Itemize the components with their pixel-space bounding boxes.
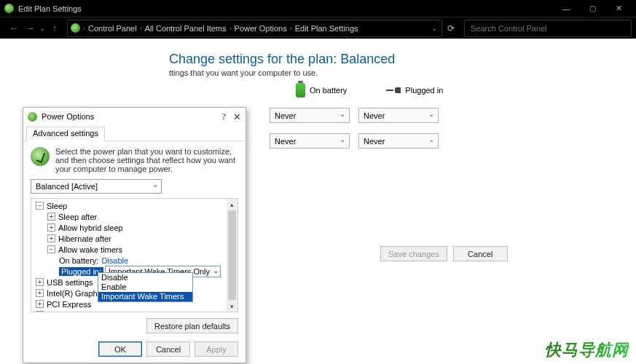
- tree-label: Allow hybrid sleep: [58, 223, 123, 232]
- ok-button[interactable]: OK: [98, 341, 142, 357]
- cancel-button[interactable]: Cancel: [453, 246, 508, 261]
- chevron-right-icon: [229, 25, 232, 32]
- dialog-footer: OK Cancel Apply: [98, 341, 238, 357]
- breadcrumb-power-options[interactable]: Power Options: [235, 24, 287, 33]
- expand-icon[interactable]: [36, 278, 44, 286]
- minimize-button[interactable]: [553, 1, 579, 17]
- dialog-description: Select the power plan that you want to c…: [55, 147, 238, 173]
- maximize-button[interactable]: [579, 1, 605, 17]
- tree-node-allow-hybrid-sleep[interactable]: Allow hybrid sleep: [33, 222, 236, 233]
- address-bar[interactable]: Control Panel All Control Panel Items Po…: [67, 20, 442, 37]
- dialog-title: Power Options: [42, 112, 94, 121]
- back-button[interactable]: [6, 20, 22, 36]
- tree-node-sleep[interactable]: Sleep: [33, 200, 236, 211]
- sleep-battery-select[interactable]: Never: [270, 133, 350, 149]
- power-icon: [4, 4, 14, 13]
- page-title: Change settings for the plan: Balanced: [169, 52, 636, 67]
- collapse-icon[interactable]: [36, 202, 44, 210]
- dropdown-option-enable[interactable]: Enable: [98, 282, 192, 292]
- breadcrumb-control-panel[interactable]: Control Panel: [88, 24, 137, 33]
- battery-icon: [296, 83, 305, 98]
- tree-node-processor-power[interactable]: Processor power management: [33, 309, 236, 312]
- tree-node-allow-wake-timers[interactable]: Allow wake timers: [33, 244, 236, 255]
- dropdown-option-disable[interactable]: Disable: [98, 273, 192, 282]
- window-title: Edit Plan Settings: [18, 4, 82, 13]
- settings-tree[interactable]: Sleep Sleep after Allow hybrid sleep Hib…: [31, 198, 238, 312]
- dialog-body: Select the power plan that you want to c…: [23, 141, 246, 318]
- display-off-plugged-select[interactable]: Never: [358, 108, 439, 123]
- display-off-row: Never Never: [270, 108, 636, 123]
- tab-advanced-settings[interactable]: Advanced settings: [26, 127, 105, 141]
- breadcrumb-edit-plan[interactable]: Edit Plan Settings: [295, 24, 358, 33]
- plug-icon: [386, 86, 401, 95]
- plan-select[interactable]: Balanced [Active]: [31, 179, 162, 194]
- power-icon: [71, 23, 80, 33]
- dropdown-option-important[interactable]: Important Wake Timers Only: [98, 292, 192, 301]
- page-footer-buttons: Save changes Cancel: [380, 246, 508, 261]
- expand-icon[interactable]: [36, 300, 44, 308]
- display-off-battery-select[interactable]: Never: [270, 108, 350, 123]
- tree-label: Sleep after: [58, 213, 97, 221]
- address-dropdown-icon[interactable]: [430, 24, 439, 32]
- chevron-right-icon: [290, 25, 292, 32]
- chevron-right-icon: [83, 25, 85, 32]
- dialog-tabs: Advanced settings: [23, 125, 246, 141]
- restore-plan-defaults-button[interactable]: Restore plan defaults: [146, 318, 238, 333]
- window-titlebar: Edit Plan Settings: [0, 0, 636, 17]
- search-input[interactable]: [464, 20, 632, 37]
- window-controls: [553, 1, 632, 17]
- power-icon: [28, 112, 37, 122]
- history-dropdown-icon[interactable]: [38, 24, 47, 32]
- power-plan-icon: [31, 147, 50, 166]
- breadcrumb-all-items[interactable]: All Control Panel Items: [145, 24, 227, 33]
- scroll-up-icon[interactable]: ▴: [227, 199, 237, 210]
- plugged-in-label: Plugged in: [405, 86, 443, 95]
- expand-icon[interactable]: [36, 289, 44, 297]
- navbar: Control Panel All Control Panel Items Po…: [0, 17, 636, 39]
- tree-node-sleep-after[interactable]: Sleep after: [33, 211, 236, 222]
- plugged-in-header: Plugged in: [386, 86, 443, 95]
- expand-icon[interactable]: [47, 223, 55, 232]
- on-battery-label: On battery: [310, 86, 347, 95]
- tree-node-wake-on-battery[interactable]: On battery:Disable: [33, 255, 236, 266]
- tree-label: Sleep: [47, 202, 67, 210]
- chevron-right-icon: [140, 25, 142, 32]
- apply-button[interactable]: Apply: [195, 341, 238, 357]
- scrollbar-thumb[interactable]: [228, 210, 236, 300]
- tree-scrollbar[interactable]: ▴ ▾: [227, 199, 237, 312]
- tree-label: USB settings: [47, 278, 93, 287]
- save-changes-button[interactable]: Save changes: [380, 246, 447, 261]
- sleep-plugged-select[interactable]: Never: [358, 133, 439, 149]
- tree-label: Allow wake timers: [58, 245, 122, 254]
- dialog-cancel-button[interactable]: Cancel: [146, 341, 190, 357]
- wake-plugged-in-dropdown[interactable]: Disable Enable Important Wake Timers Onl…: [98, 272, 193, 302]
- tree-label: On battery:: [59, 256, 98, 265]
- expand-icon[interactable]: [36, 311, 44, 312]
- tree-label-selected: Plugged in:: [59, 267, 103, 276]
- page-subtitle: ttings that you want your computer to us…: [169, 68, 636, 77]
- page-content: Change settings for the plan: Balanced t…: [0, 39, 636, 364]
- tree-label: Hibernate after: [58, 234, 111, 243]
- watermark: 快马导航网: [545, 339, 629, 361]
- tree-node-hibernate-after[interactable]: Hibernate after: [33, 233, 236, 244]
- close-window-button[interactable]: [605, 1, 632, 17]
- column-headers: On battery Plugged in: [296, 83, 636, 98]
- sleep-row: Never Never: [270, 133, 636, 149]
- collapse-icon[interactable]: [47, 245, 55, 253]
- refresh-button[interactable]: [442, 23, 460, 33]
- dialog-description-row: Select the power plan that you want to c…: [31, 147, 238, 173]
- forward-button[interactable]: [22, 20, 38, 36]
- up-button[interactable]: [47, 20, 63, 36]
- tree-label: PCI Express: [47, 300, 91, 309]
- expand-icon[interactable]: [47, 213, 55, 221]
- help-button[interactable]: ?: [221, 111, 226, 122]
- dialog-titlebar: Power Options ?: [23, 108, 246, 125]
- power-options-dialog: Power Options ? Advanced settings Select…: [23, 107, 246, 363]
- on-battery-header: On battery: [296, 83, 347, 98]
- tree-value[interactable]: Disable: [101, 256, 128, 265]
- dialog-close-button[interactable]: [233, 111, 241, 122]
- expand-icon[interactable]: [47, 234, 55, 242]
- scroll-down-icon[interactable]: ▾: [227, 301, 237, 312]
